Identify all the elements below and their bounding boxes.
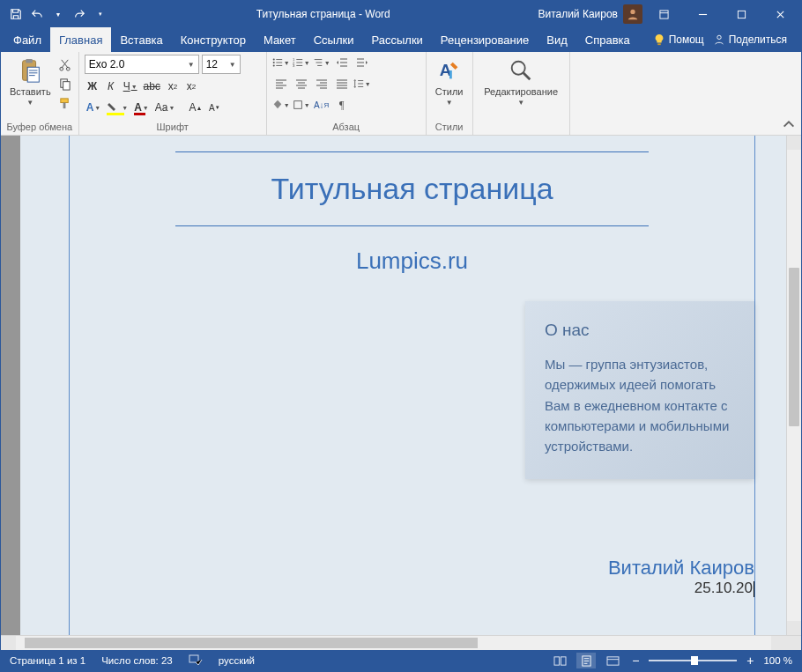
text-cursor xyxy=(754,581,754,597)
font-name-combo[interactable]: Exo 2.0▼ xyxy=(85,55,199,74)
format-painter-icon[interactable] xyxy=(57,95,73,111)
language-indicator[interactable]: русский xyxy=(219,655,255,666)
tab-file[interactable]: Файл xyxy=(4,27,50,52)
right-margin-guide xyxy=(754,136,755,635)
collapse-ribbon-icon[interactable] xyxy=(782,117,796,131)
show-marks-button[interactable]: ¶ xyxy=(333,97,351,113)
group-clipboard: Вставить ▼ Буфер обмена xyxy=(1,52,79,135)
scroll-left-icon[interactable] xyxy=(1,636,16,650)
tab-help[interactable]: Справка xyxy=(576,27,639,52)
undo-icon[interactable] xyxy=(29,6,45,22)
web-layout-button[interactable] xyxy=(603,653,622,668)
group-clipboard-label: Буфер обмена xyxy=(6,121,73,135)
read-mode-button[interactable] xyxy=(550,653,569,668)
zoom-level[interactable]: 100 % xyxy=(763,655,792,666)
tab-review[interactable]: Рецензирование xyxy=(432,27,538,52)
bullets-button[interactable]: ▼ xyxy=(272,55,290,70)
undo-dropdown-icon[interactable]: ▼ xyxy=(50,6,66,22)
scrollbar-thumb[interactable] xyxy=(789,268,799,426)
copy-icon[interactable] xyxy=(57,76,73,92)
word-count[interactable]: Число слов: 23 xyxy=(101,655,173,666)
zoom-slider[interactable]: − + xyxy=(629,654,756,667)
save-icon[interactable] xyxy=(8,6,24,22)
document-date[interactable]: 25.10.20 xyxy=(70,580,754,597)
tab-home[interactable]: Главная xyxy=(50,27,111,52)
tab-layout[interactable]: Макет xyxy=(255,27,305,52)
subscript-button[interactable]: x2 xyxy=(165,78,181,95)
tell-me-search[interactable]: Помощ xyxy=(653,33,704,46)
editing-label: Редактирование xyxy=(484,86,558,97)
vertical-scrollbar[interactable] xyxy=(786,136,801,635)
page-indicator[interactable]: Страница 1 из 1 xyxy=(10,655,85,666)
user-account[interactable]: Виталий Каиров xyxy=(538,4,642,24)
zoom-out-button[interactable]: − xyxy=(629,654,642,667)
underline-button[interactable]: Ч▼ xyxy=(122,78,139,95)
author-name[interactable]: Виталий Каиров xyxy=(70,557,754,580)
align-right-button[interactable] xyxy=(313,76,330,92)
styles-icon: A xyxy=(435,56,464,85)
horizontal-scrollbar[interactable] xyxy=(1,635,801,650)
tab-references[interactable]: Ссылки xyxy=(305,27,363,52)
grow-font-button[interactable]: A▲ xyxy=(187,99,204,116)
tab-design[interactable]: Конструктор xyxy=(172,27,255,52)
print-layout-button[interactable] xyxy=(576,653,596,668)
minimize-button[interactable] xyxy=(685,1,720,27)
svg-rect-28 xyxy=(607,656,619,664)
italic-button[interactable]: К xyxy=(103,78,119,95)
strikethrough-button[interactable]: abc xyxy=(142,78,162,95)
cover-title[interactable]: Титульная страница xyxy=(70,152,754,225)
spellcheck-icon[interactable] xyxy=(189,654,203,668)
bold-button[interactable]: Ж xyxy=(85,78,100,95)
close-button[interactable] xyxy=(762,1,798,27)
tab-view[interactable]: Вид xyxy=(538,27,576,52)
shrink-font-button[interactable]: A▼ xyxy=(206,99,222,116)
zoom-in-button[interactable]: + xyxy=(744,654,756,667)
editing-button[interactable]: Редактирование ▼ xyxy=(480,55,561,108)
text-effects-button[interactable]: A▼ xyxy=(85,99,103,116)
svg-point-4 xyxy=(717,35,721,39)
svg-text:3: 3 xyxy=(293,63,295,68)
styles-button[interactable]: A Стили ▼ xyxy=(432,55,467,108)
about-card[interactable]: О нас Мы — группа энтузиастов, одержимых… xyxy=(525,301,754,479)
page[interactable]: Титульная страница Lumpics.ru О нас Мы —… xyxy=(20,136,786,635)
decrease-indent-button[interactable] xyxy=(333,55,351,70)
multilevel-list-button[interactable]: ▼ xyxy=(313,55,330,70)
clipboard-icon xyxy=(16,56,44,85)
slider-thumb[interactable] xyxy=(691,656,698,665)
align-center-button[interactable] xyxy=(293,76,310,92)
scroll-right-icon[interactable] xyxy=(771,636,786,650)
document-scroll[interactable]: Титульная страница Lumpics.ru О нас Мы —… xyxy=(1,136,786,635)
align-left-button[interactable] xyxy=(272,76,290,92)
tab-insert[interactable]: Вставка xyxy=(111,27,171,52)
line-spacing-button[interactable]: ▼ xyxy=(353,76,371,92)
change-case-button[interactable]: Aa▼ xyxy=(153,99,177,116)
font-color-button[interactable]: A▼ xyxy=(132,99,151,116)
borders-button[interactable]: ▼ xyxy=(293,97,310,113)
share-button[interactable]: Поделиться xyxy=(713,33,787,46)
slider-track[interactable] xyxy=(649,660,737,661)
superscript-button[interactable]: x2 xyxy=(183,78,199,95)
scrollbar-thumb[interactable] xyxy=(25,638,478,648)
ribbon-tabs: Файл Главная Вставка Конструктор Макет С… xyxy=(1,27,801,52)
group-paragraph-label: Абзац xyxy=(272,121,420,135)
font-size-combo[interactable]: 12▼ xyxy=(202,55,241,74)
svg-rect-22 xyxy=(449,70,452,78)
tab-mailings[interactable]: Рассылки xyxy=(362,27,431,52)
group-styles: A Стили ▼ Стили xyxy=(427,52,473,135)
highlight-button[interactable]: ▼ xyxy=(105,99,130,116)
redo-icon[interactable] xyxy=(71,6,87,22)
qat-customize-icon[interactable]: ▾ xyxy=(93,6,108,22)
cover-subtitle[interactable]: Lumpics.ru xyxy=(70,226,754,284)
chevron-down-icon: ▼ xyxy=(188,61,195,69)
paste-button[interactable]: Вставить ▼ xyxy=(6,55,55,108)
sort-button[interactable]: А↓Я xyxy=(313,97,330,113)
numbering-button[interactable]: 123▼ xyxy=(293,55,310,70)
increase-indent-button[interactable] xyxy=(353,55,371,70)
lightbulb-icon xyxy=(653,33,665,46)
shading-button[interactable]: ▼ xyxy=(272,97,290,113)
maximize-button[interactable] xyxy=(724,1,759,27)
cut-icon[interactable] xyxy=(57,56,73,72)
font-name-value: Exo 2.0 xyxy=(89,58,125,70)
ribbon-display-options-button[interactable] xyxy=(646,1,681,27)
justify-button[interactable] xyxy=(333,76,351,92)
